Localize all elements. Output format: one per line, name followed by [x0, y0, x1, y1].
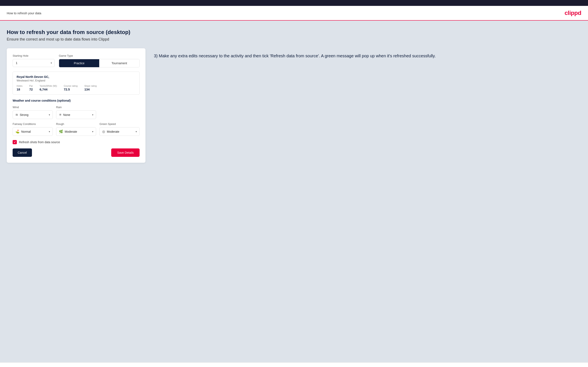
rain-icon: ✳ [59, 113, 62, 117]
fairway-rough-green-row: Fairway Conditions ⛳ Normal ▾ Rough 🌿 Mo… [13, 122, 140, 136]
content-area: Starting Hole 1 ▾ Game Type Practice Tou… [7, 48, 581, 163]
rough-select[interactable]: 🌿 Moderate ▾ [56, 127, 96, 136]
refresh-label: Refresh shots from data source [19, 141, 60, 144]
starting-hole-select[interactable]: 1 ▾ [13, 59, 55, 67]
par-label: Par [29, 85, 33, 87]
refresh-checkbox-row: Refresh shots from data source [13, 140, 140, 144]
page-subheading: Ensure the correct and most up to date d… [7, 37, 581, 42]
refresh-checkbox[interactable] [13, 140, 17, 144]
weather-section-title: Weather and course conditions (optional) [13, 99, 140, 102]
practice-button[interactable]: Practice [59, 59, 99, 67]
logo: clippd [565, 10, 581, 16]
rain-group: Rain ✳ None ▾ [56, 106, 96, 119]
slope-rating-value: 134 [84, 88, 97, 91]
starting-hole-label: Starting Hole [13, 54, 55, 57]
fairway-label: Fairway Conditions [13, 122, 53, 125]
wind-label: Wind [13, 106, 53, 109]
rain-label: Rain [56, 106, 96, 109]
top-form-row: Starting Hole 1 ▾ Game Type Practice Tou… [13, 54, 140, 67]
wind-group: Wind ≋ Strong ▾ [13, 106, 53, 119]
fairway-group: Fairway Conditions ⛳ Normal ▾ [13, 122, 53, 136]
rain-select[interactable]: ✳ None ▾ [56, 110, 96, 119]
course-location: Westward Ho!, England [17, 79, 136, 82]
main-content: How to refresh your data from source (de… [0, 21, 588, 362]
green-speed-select[interactable]: ◎ Moderate ▾ [99, 127, 140, 136]
rain-chevron: ▾ [92, 113, 93, 116]
fairway-icon: ⛳ [15, 130, 19, 133]
course-rating-label: Course rating [64, 85, 78, 87]
spacer-group [99, 106, 140, 119]
green-speed-group: Green Speed ◎ Moderate ▾ [99, 122, 140, 136]
footer: Copyright Clippd 2022 [0, 362, 588, 367]
yards-value: 6,744 [40, 88, 57, 91]
slope-rating-stat: Slope rating 134 [84, 85, 97, 91]
header: How to refresh your data clippd [0, 6, 588, 21]
rough-icon: 🌿 [59, 130, 63, 133]
rough-value: Moderate [65, 130, 77, 133]
game-type-group: Game Type Practice Tournament [59, 54, 140, 67]
tournament-button[interactable]: Tournament [99, 59, 139, 67]
par-value: 72 [29, 88, 33, 91]
course-rating-value: 72.5 [64, 88, 78, 91]
wind-icon: ≋ [15, 113, 18, 117]
par-stat: Par 72 [29, 85, 33, 91]
wind-value: Strong [20, 113, 28, 117]
yards-label: Yards(White (M)) [40, 85, 57, 87]
rough-label: Rough [56, 122, 96, 125]
rain-value: None [63, 113, 70, 117]
slope-rating-label: Slope rating [84, 85, 97, 87]
green-speed-chevron: ▾ [136, 130, 137, 133]
course-info-box: Royal North Devon GC, Westward Ho!, Engl… [13, 72, 140, 95]
header-title: How to refresh your data [7, 11, 41, 15]
holes-value: 18 [17, 88, 23, 91]
starting-hole-value: 1 [16, 61, 17, 65]
holes-stat: Holes 18 [17, 85, 23, 91]
green-speed-value: Moderate [107, 130, 119, 133]
game-type-label: Game Type [59, 54, 140, 57]
green-speed-label: Green Speed [99, 122, 140, 125]
cancel-button[interactable]: Cancel [13, 149, 32, 157]
green-speed-icon: ◎ [102, 130, 105, 133]
yards-stat: Yards(White (M)) 6,744 [40, 85, 57, 91]
top-bar [0, 0, 588, 6]
page-heading: How to refresh your data from source (de… [7, 29, 581, 35]
wind-rain-row: Wind ≋ Strong ▾ Rain ✳ None ▾ [13, 106, 140, 119]
button-row: Cancel Save Details [13, 149, 140, 157]
starting-hole-group: Starting Hole 1 ▾ [13, 54, 55, 67]
save-button[interactable]: Save Details [111, 149, 140, 157]
fairway-value: Normal [21, 130, 31, 133]
course-name: Royal North Devon GC, [17, 75, 136, 79]
wind-chevron: ▾ [49, 113, 50, 116]
course-rating-stat: Course rating 72.5 [64, 85, 78, 91]
description-text: 3) Make any extra edits necessary to the… [154, 52, 581, 59]
game-type-buttons: Practice Tournament [59, 59, 140, 67]
starting-hole-chevron: ▾ [51, 61, 52, 65]
rough-group: Rough 🌿 Moderate ▾ [56, 122, 96, 136]
wind-select[interactable]: ≋ Strong ▾ [13, 110, 53, 119]
course-stats: Holes 18 Par 72 Yards(White (M)) 6,744 C… [17, 85, 136, 91]
fairway-select[interactable]: ⛳ Normal ▾ [13, 127, 53, 136]
holes-label: Holes [17, 85, 23, 87]
form-panel: Starting Hole 1 ▾ Game Type Practice Tou… [7, 48, 146, 163]
rough-chevron: ▾ [92, 130, 93, 133]
fairway-chevron: ▾ [49, 130, 50, 133]
description-panel: 3) Make any extra edits necessary to the… [154, 48, 581, 63]
